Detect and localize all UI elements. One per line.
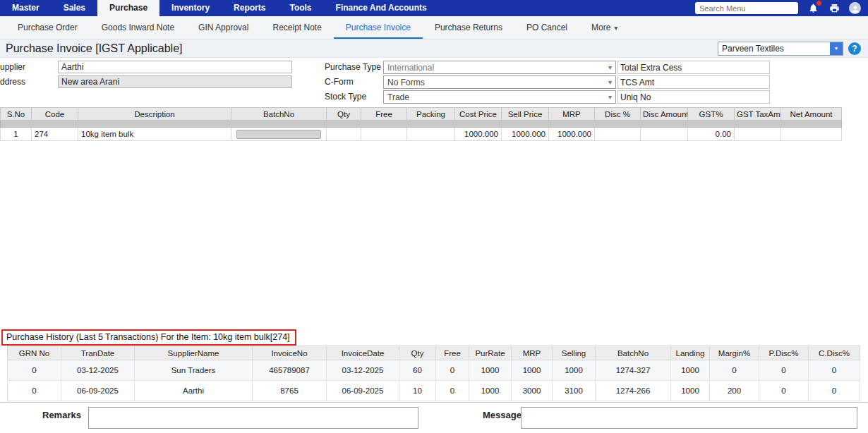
tab-receipt-note[interactable]: Receipt Note: [260, 16, 333, 39]
menu-sales[interactable]: Sales: [52, 0, 97, 16]
column-header: Disc Amount: [641, 108, 688, 121]
printer-icon[interactable]: [828, 2, 840, 15]
column-header: Net Amount: [781, 108, 842, 121]
cell-free[interactable]: [361, 128, 407, 141]
column-header: TranDate: [61, 346, 135, 360]
page-title: Purchase Invoice [IGST Applicable]: [6, 42, 183, 55]
notification-bell-icon[interactable]: [807, 2, 819, 15]
cell-disc-amount[interactable]: [641, 128, 688, 141]
notification-badge: [816, 0, 822, 6]
column-header: Cost Price: [455, 108, 502, 121]
column-header: Code: [32, 108, 78, 121]
purchase-type-label: Purchase Type: [325, 62, 381, 72]
help-icon[interactable]: ?: [848, 42, 861, 55]
c-form-select[interactable]: No Forms ▾: [383, 75, 616, 89]
menu-inventory[interactable]: Inventory: [159, 0, 222, 16]
column-header: MRP: [549, 108, 595, 121]
tab-purchase-returns[interactable]: Purchase Returns: [423, 16, 514, 39]
message-label: Message: [483, 410, 522, 420]
cell: 1000: [469, 381, 512, 401]
tab-goods-inward-note[interactable]: Goods Inward Note: [90, 16, 186, 39]
cell-code[interactable]: 274: [32, 128, 78, 141]
search-input[interactable]: [695, 2, 798, 14]
address-input[interactable]: [58, 75, 292, 88]
company-selector[interactable]: Parveen Textiles ▼: [718, 42, 843, 56]
stock-type-value: Trade: [387, 92, 608, 102]
tcs-amt-field[interactable]: TCS Amt: [617, 75, 770, 89]
cell: 1000: [671, 381, 710, 401]
titlebar-right-cluster: Parveen Textiles ▼ ?: [718, 42, 862, 56]
cell-net-amount[interactable]: [781, 128, 842, 141]
tab-gin-approval[interactable]: GIN Approval: [186, 16, 260, 39]
message-input[interactable]: [521, 407, 857, 429]
history-row: 0 06-09-2025 Aarthi 8765 06-09-2025 10 0…: [8, 381, 860, 401]
cell: 0: [809, 381, 860, 401]
batchno-input[interactable]: [236, 130, 322, 139]
cell-sno[interactable]: 1: [1, 128, 32, 141]
column-header: MRP: [512, 346, 553, 360]
tcs-amt-label: TCS Amt: [618, 78, 654, 87]
history-row: 0 03-12-2025 Sun Traders 465789087 03-12…: [8, 360, 860, 381]
cell: 0: [8, 381, 61, 401]
column-header: InvoiceNo: [253, 346, 327, 360]
cell: 200: [710, 381, 759, 401]
user-avatar[interactable]: [849, 2, 861, 14]
remarks-input[interactable]: [88, 407, 418, 429]
cell: 0: [759, 381, 809, 401]
cell: 0: [809, 360, 860, 381]
cell-gst-taxamt[interactable]: [735, 128, 781, 141]
total-extra-cess-label: Total Extra Cess: [618, 63, 682, 73]
cell-packing[interactable]: [407, 128, 455, 141]
menu-purchase[interactable]: Purchase: [97, 0, 159, 16]
cell: Sun Traders: [135, 360, 253, 381]
cell: 1000: [512, 360, 553, 381]
column-header: Description: [78, 108, 231, 121]
cell-mrp[interactable]: 1000.000: [549, 128, 595, 141]
column-header: Qty: [399, 346, 436, 360]
column-header: InvoiceDate: [327, 346, 399, 360]
menu-finance-accounts[interactable]: Finance And Accounts: [324, 0, 439, 16]
top-menu-bar: Master Sales Purchase Inventory Reports …: [0, 0, 868, 16]
cell-sell-price[interactable]: 1000.000: [502, 128, 549, 141]
cell-gst-pct[interactable]: 0.00: [688, 128, 735, 141]
cell: 1274-327: [596, 360, 671, 381]
cell: Aarthi: [135, 381, 253, 401]
company-dropdown-button[interactable]: ▼: [830, 42, 843, 55]
stock-type-select[interactable]: Trade ▾: [383, 90, 616, 104]
cell-description[interactable]: 10kg item bulk: [78, 128, 231, 141]
c-form-label: C-Form: [325, 77, 354, 87]
uniq-no-label: Uniq No: [618, 92, 651, 102]
menu-tools[interactable]: Tools: [277, 0, 323, 16]
purchase-submenu-bar: Purchase Order Goods Inward Note GIN App…: [0, 16, 868, 39]
cell-qty[interactable]: [327, 128, 361, 141]
tab-purchase-invoice[interactable]: Purchase Invoice: [334, 16, 423, 39]
chevron-down-icon: ▾: [608, 78, 612, 86]
column-header: Landing: [671, 346, 710, 360]
tab-more[interactable]: More ▾: [579, 16, 629, 39]
empty-grid-cell[interactable]: [1, 121, 842, 128]
column-header: GST%: [688, 108, 735, 121]
chevron-down-icon: ▾: [608, 63, 612, 71]
cell: 0: [759, 360, 809, 381]
tab-purchase-order[interactable]: Purchase Order: [6, 16, 90, 39]
supplier-input[interactable]: [58, 61, 292, 73]
cell: 0: [8, 360, 61, 381]
column-header: Disc %: [595, 108, 641, 121]
empty-grid-row[interactable]: [1, 121, 842, 128]
uniq-no-field[interactable]: Uniq No: [617, 90, 770, 104]
cell-cost-price[interactable]: 1000.000: [455, 128, 502, 141]
cell-batchno[interactable]: [231, 128, 327, 141]
tab-more-label: More: [591, 23, 610, 32]
c-form-value: No Forms: [387, 78, 608, 87]
column-header: Qty: [327, 108, 361, 121]
cell: 465789087: [253, 360, 327, 381]
column-header: Sell Price: [502, 108, 549, 121]
column-header: S.No: [1, 108, 32, 121]
menu-reports[interactable]: Reports: [222, 0, 277, 16]
cell: 3100: [553, 381, 596, 401]
cell-disc-pct[interactable]: [595, 128, 641, 141]
purchase-type-select[interactable]: International ▾: [383, 61, 616, 74]
total-extra-cess-field[interactable]: Total Extra Cess: [617, 61, 770, 74]
tab-po-cancel[interactable]: PO Cancel: [514, 16, 579, 39]
menu-master[interactable]: Master: [0, 0, 52, 16]
